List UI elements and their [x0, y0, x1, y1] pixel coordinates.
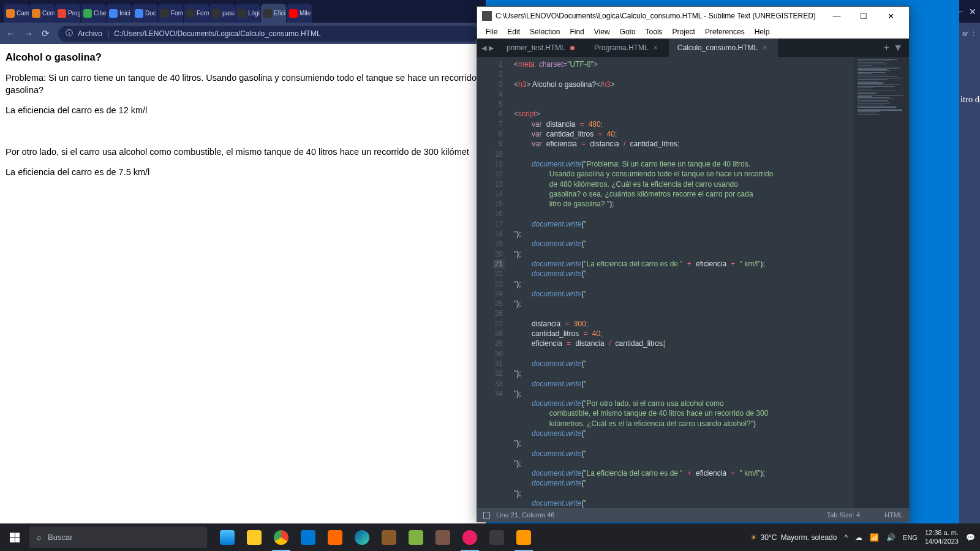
favicon	[212, 9, 221, 18]
sublime-icon[interactable]	[511, 523, 537, 551]
close-icon[interactable]: ✕	[969, 7, 976, 17]
titlebar[interactable]: C:\Users\LENOVO\Documents\Logica\Calculo…	[477, 7, 909, 25]
roblox-icon[interactable]	[484, 523, 510, 551]
time-text: 12:36 a. m.	[925, 529, 959, 538]
weather-temp: 30°C	[761, 533, 777, 542]
volume-icon[interactable]: 🔊	[886, 533, 895, 542]
syntax-mode[interactable]: HTML	[884, 511, 903, 519]
editor-tabstrip: ◀ ▶ primer_test.HTMLPrograma.HTML×Calcul…	[477, 39, 909, 57]
start-button[interactable]	[0, 523, 29, 551]
maximize-icon[interactable]: ☐	[850, 12, 877, 21]
browser-tab[interactable]: Mile	[287, 4, 312, 23]
tab-close-icon[interactable]: ×	[654, 43, 658, 52]
editor-tab[interactable]: Calculo_consumo.HTML×	[669, 39, 778, 57]
tab-label: Inici	[119, 10, 130, 17]
app-icon-1[interactable]	[322, 523, 348, 551]
menu-help[interactable]: Help	[750, 28, 775, 36]
app-icon-5[interactable]	[457, 523, 483, 551]
browser-tab[interactable]: Prog	[55, 4, 80, 23]
minimize-icon[interactable]: −	[958, 7, 963, 17]
mail-icon[interactable]	[295, 523, 321, 551]
window-title: C:\Users\LENOVO\Documents\Logica\Calculo…	[496, 12, 823, 20]
chrome-icon[interactable]	[268, 523, 294, 551]
tab-label: Calculo_consumo.HTML	[677, 43, 758, 52]
browser-tab[interactable]: Com	[29, 4, 55, 23]
chrome-menu-label[interactable]: ar ⋮	[962, 29, 977, 37]
editor-tab[interactable]: primer_test.HTML	[498, 39, 586, 57]
tab-menu-icon[interactable]: ▼	[893, 42, 903, 53]
tab-label: Form	[197, 10, 209, 17]
taskbar-search[interactable]: ⌕ Buscar	[29, 527, 207, 548]
notifications-icon[interactable]: 💬	[966, 533, 975, 542]
cursor-position: Line 21, Column 46	[496, 511, 554, 519]
chrome-right-edge: − ✕ ar ⋮ itro de	[959, 0, 980, 531]
browser-tab[interactable]: Cibe	[81, 4, 106, 23]
page-p3: Por otro lado, si el carro usa alcohol c…	[6, 146, 480, 159]
favicon	[58, 9, 66, 18]
sublime-window: C:\Users\LENOVO\Documents\Logica\Calculo…	[477, 6, 910, 522]
menu-preferences[interactable]: Preferences	[700, 28, 750, 36]
menu-edit[interactable]: Edit	[502, 28, 525, 36]
address-bar[interactable]: ⓘ Archivo | C:/Users/LENOVO/Documents/Lo…	[58, 26, 480, 42]
onedrive-icon[interactable]: ☁	[855, 533, 862, 542]
minimize-icon[interactable]: —	[823, 12, 850, 21]
tab-label: Form	[171, 10, 183, 17]
tab-close-icon[interactable]: ×	[763, 43, 767, 52]
page-p1: Problema: Si un carro tiene un tanque de…	[6, 73, 477, 83]
menu-selection[interactable]: Selection	[525, 28, 565, 36]
browser-tab[interactable]: pasa	[209, 4, 235, 23]
language-indicator[interactable]: ENG	[903, 534, 918, 541]
browser-tab[interactable]: Form	[184, 4, 209, 23]
browser-tab[interactable]: Inici	[107, 4, 132, 23]
favicon	[83, 9, 92, 18]
forward-icon[interactable]: →	[24, 28, 33, 39]
url-text: C:/Users/LENOVO/Documents/Logica/Calculo…	[114, 29, 320, 38]
chrome-tabstrip: CamComProgCibeIniciDocFormFormpasaLógiEf…	[0, 0, 486, 23]
browser-tab[interactable]: Efici	[261, 4, 286, 23]
explorer-icon[interactable]	[241, 523, 267, 551]
favicon	[109, 9, 118, 18]
edge-icon[interactable]	[349, 523, 375, 551]
code-area[interactable]: <meta charset="UTF-8"> <h3> Alcohol o ga…	[509, 57, 854, 508]
search-placeholder: Buscar	[48, 533, 72, 542]
system-tray: ☀ 30°C Mayorm. soleado ^ ☁ 📶 🔊 ENG 12:36…	[750, 529, 980, 546]
chevron-up-icon[interactable]: ^	[844, 533, 848, 542]
favicon	[186, 9, 195, 18]
clock[interactable]: 12:36 a. m. 14/04/2023	[925, 529, 959, 546]
editor-tab[interactable]: Programa.HTML×	[586, 39, 669, 57]
tab-label: Cam	[17, 10, 29, 17]
back-icon[interactable]: ←	[6, 28, 15, 39]
menu-tools[interactable]: Tools	[641, 28, 668, 36]
tab-size[interactable]: Tab Size: 4	[827, 511, 860, 519]
favicon	[238, 9, 246, 18]
tab-label: Doc	[145, 10, 156, 17]
browser-tab[interactable]: Form	[158, 4, 183, 23]
taskbar: ⌕ Buscar ☀ 30°C Mayorm. soleado ^ ☁ 📶 🔊 …	[0, 523, 980, 551]
panel-toggle-icon[interactable]	[483, 512, 490, 519]
app-icon-2[interactable]	[376, 523, 402, 551]
app-icon-4[interactable]	[430, 523, 456, 551]
app-icon-3[interactable]	[403, 523, 429, 551]
browser-tab[interactable]: Cam	[4, 4, 29, 23]
favicon	[32, 9, 40, 18]
menu-goto[interactable]: Goto	[615, 28, 641, 36]
wifi-icon[interactable]: 📶	[870, 533, 879, 542]
menu-find[interactable]: Find	[565, 28, 589, 36]
weather-widget[interactable]: ☀ 30°C Mayorm. soleado	[750, 533, 837, 542]
minimap[interactable]	[854, 57, 909, 508]
menu-file[interactable]: File	[481, 28, 502, 36]
task-view-icon[interactable]	[214, 523, 240, 551]
tab-label: Com	[42, 10, 55, 17]
browser-tab[interactable]: Lógi	[235, 4, 260, 23]
browser-tab[interactable]: Doc	[132, 4, 157, 23]
tab-label: Prog	[68, 10, 80, 17]
page-p2: La eficiencia del carro es de 12 km/l	[6, 105, 480, 117]
tab-label: Efici	[274, 10, 285, 17]
reload-icon[interactable]: ⟳	[42, 28, 50, 39]
statusbar: Line 21, Column 46 Tab Size: 4 HTML	[477, 508, 909, 522]
new-tab-icon[interactable]: +	[884, 42, 889, 53]
menu-view[interactable]: View	[589, 28, 615, 36]
close-icon[interactable]: ✕	[877, 12, 904, 21]
tab-nav-icons[interactable]: ◀ ▶	[477, 39, 498, 57]
menu-project[interactable]: Project	[668, 28, 700, 36]
